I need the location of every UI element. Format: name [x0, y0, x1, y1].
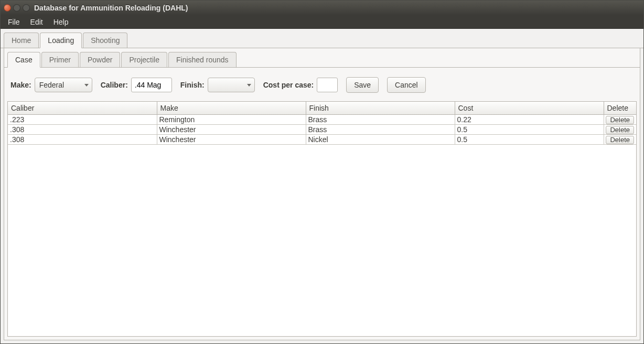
tab-loading[interactable]: Loading	[40, 33, 82, 48]
make-field: Make: Federal	[10, 78, 92, 92]
loading-pane: Case Primer Powder Projectile Finished r…	[4, 48, 640, 340]
window-title: Database for Ammunition Reloading (DAHL)	[34, 4, 188, 12]
cell-delete: Delete	[604, 135, 636, 145]
subtab-primer[interactable]: Primer	[41, 52, 79, 67]
case-table-wrap: Caliber Make Finish Cost Delete .223Remi…	[7, 101, 637, 337]
cell-cost: 0.5	[455, 135, 604, 145]
maximize-icon[interactable]	[23, 4, 30, 12]
save-button[interactable]: Save	[346, 77, 379, 93]
delete-button[interactable]: Delete	[606, 126, 634, 134]
cell-cost: 0.5	[455, 125, 604, 135]
table-row[interactable]: .223RemingtonBrass0.22Delete	[8, 115, 636, 125]
th-delete[interactable]: Delete	[604, 102, 636, 115]
make-label: Make:	[10, 81, 31, 89]
cell-finish: Brass	[306, 125, 455, 135]
case-table: Caliber Make Finish Cost Delete .223Remi…	[8, 102, 636, 145]
cell-finish: Nickel	[306, 135, 455, 145]
cell-finish: Brass	[306, 115, 455, 125]
subtab-powder[interactable]: Powder	[80, 52, 120, 67]
menu-help[interactable]: Help	[49, 16, 73, 28]
caliber-input[interactable]	[131, 78, 172, 92]
close-icon[interactable]	[4, 4, 11, 12]
tab-home[interactable]: Home	[4, 33, 39, 48]
case-form: Make: Federal Caliber: Finish: Cost per …	[4, 68, 640, 101]
cell-caliber: .308	[8, 135, 157, 145]
cell-cost: 0.22	[455, 115, 604, 125]
app-window: Database for Ammunition Reloading (DAHL)…	[0, 0, 644, 344]
table-header-row: Caliber Make Finish Cost Delete	[8, 102, 636, 115]
make-select[interactable]: Federal	[35, 78, 92, 92]
chevron-down-icon	[84, 84, 89, 87]
subtab-case[interactable]: Case	[7, 52, 40, 68]
delete-button[interactable]: Delete	[606, 136, 634, 144]
titlebar: Database for Ammunition Reloading (DAHL)	[1, 1, 643, 15]
th-caliber[interactable]: Caliber	[8, 102, 157, 115]
minimize-icon[interactable]	[13, 4, 20, 12]
cost-field: Cost per case:	[263, 78, 338, 92]
cell-caliber: .308	[8, 125, 157, 135]
menu-file[interactable]: File	[4, 16, 24, 28]
cost-input[interactable]	[317, 78, 338, 92]
sub-tab-strip: Case Primer Powder Projectile Finished r…	[4, 48, 640, 68]
caliber-label: Caliber:	[101, 81, 128, 89]
table-row[interactable]: .308WinchesterBrass0.5Delete	[8, 125, 636, 135]
cell-make: Winchester	[157, 135, 306, 145]
cell-delete: Delete	[604, 115, 636, 125]
finish-label: Finish:	[180, 81, 205, 89]
chevron-down-icon	[247, 84, 251, 87]
cell-make: Remington	[157, 115, 306, 125]
cancel-button[interactable]: Cancel	[387, 77, 426, 93]
cell-delete: Delete	[604, 125, 636, 135]
menubar: File Edit Help	[1, 15, 643, 29]
subtab-projectile[interactable]: Projectile	[121, 52, 167, 67]
cell-make: Winchester	[157, 125, 306, 135]
primary-tab-strip: Home Loading Shooting	[1, 29, 643, 48]
th-finish[interactable]: Finish	[306, 102, 455, 115]
delete-button[interactable]: Delete	[606, 116, 634, 124]
make-value: Federal	[39, 81, 64, 89]
finish-select[interactable]	[208, 78, 255, 92]
th-make[interactable]: Make	[157, 102, 306, 115]
window-controls	[4, 4, 30, 12]
finish-field: Finish:	[180, 78, 255, 92]
cell-caliber: .223	[8, 115, 157, 125]
cost-label: Cost per case:	[263, 81, 314, 89]
table-body: .223RemingtonBrass0.22Delete.308Winchest…	[8, 115, 636, 145]
tab-shooting[interactable]: Shooting	[83, 33, 127, 48]
subtab-finished-rounds[interactable]: Finished rounds	[168, 52, 237, 67]
menu-edit[interactable]: Edit	[26, 16, 47, 28]
th-cost[interactable]: Cost	[455, 102, 604, 115]
table-row[interactable]: .308WinchesterNickel0.5Delete	[8, 135, 636, 145]
caliber-field: Caliber:	[101, 78, 172, 92]
